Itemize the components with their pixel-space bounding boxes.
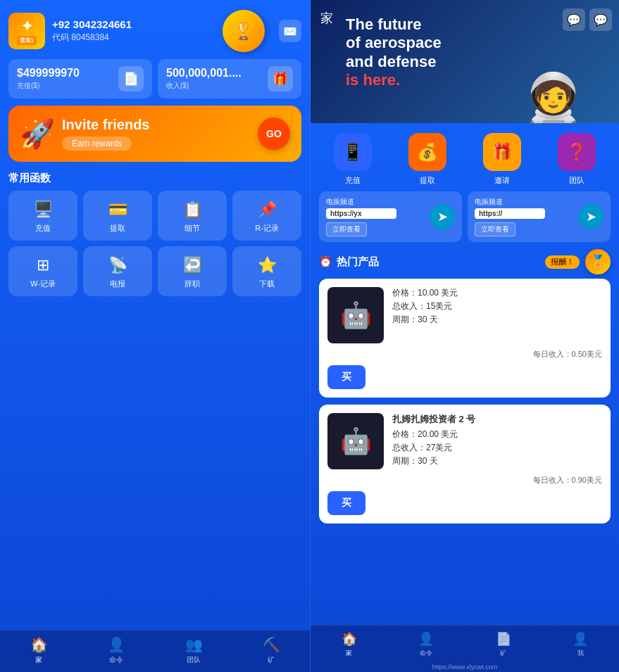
function-btn-R-记录[interactable]: 📌 R-记录: [232, 191, 301, 241]
hero-banner: 家 The future of aerospace and defense is…: [311, 0, 619, 123]
quick-action-提取[interactable]: 💰 提取: [394, 133, 461, 186]
product-price-1: 价格：20.00 美元: [392, 429, 602, 440]
left-panel: ✦ 贵宾1 +92 3042324661 代码 80458384 🏆 ✉️ $4…: [0, 0, 310, 672]
function-icon-辞职: ↩️: [183, 256, 202, 274]
rocket-icon: 🚀: [20, 118, 55, 151]
avatar-badge: ✦ 贵宾1: [8, 13, 45, 49]
right-nav-label-矿: 矿: [500, 649, 506, 658]
user-code: 代码 80458384: [52, 32, 208, 44]
function-btn-下载[interactable]: ⭐ 下载: [232, 246, 301, 296]
function-btn-细节[interactable]: 📋 细节: [158, 191, 227, 241]
channel-card-1: 电振频道 https://yx 立即查看 ➤: [319, 191, 462, 242]
right-panel: 家 The future of aerospace and defense is…: [310, 0, 619, 672]
function-label-下载: 下载: [259, 279, 275, 289]
quick-action-icon-提取: 💰: [408, 133, 446, 171]
product-daily-1: 每日收入：0.90美元: [327, 475, 602, 486]
product-name-1: 扎姆扎姆投资者 2 号: [392, 413, 602, 426]
function-icon-W-记录: ⊞: [37, 256, 49, 274]
function-icon-充值: 🖥️: [34, 201, 53, 219]
banner-title: Invite friends: [62, 117, 258, 132]
channel-view-btn-1[interactable]: 立即查看: [326, 222, 367, 236]
product-image-0: 🤖: [327, 287, 384, 343]
function-icon-细节: 📋: [183, 201, 202, 219]
telegram-btn-1[interactable]: ➤: [430, 204, 455, 229]
function-btn-提取[interactable]: 💳 提取: [83, 191, 152, 241]
product-card-0: 🤖 价格：10.00 美元 总收入：15美元 周期：30 天 每日收入：0.50…: [319, 279, 611, 398]
channel-title-1: 电振频道: [326, 197, 424, 207]
chat-icon[interactable]: 💬: [563, 8, 585, 31]
function-icon-提取: 💳: [108, 201, 127, 219]
product-buy-btn-0[interactable]: 买: [327, 365, 365, 389]
left-nav-item-家[interactable]: 🏠 家: [0, 630, 77, 672]
hero-home-btn[interactable]: 家: [320, 10, 333, 27]
left-nav-icon-家: 🏠: [30, 636, 48, 653]
left-nav-item-矿[interactable]: ⛏️ 矿: [232, 630, 310, 672]
function-btn-辞职[interactable]: ↩️ 辞职: [158, 246, 227, 296]
function-icon-R-记录: 📌: [258, 201, 277, 219]
channel-card-2: 电振频道 https:// 立即查看 ➤: [468, 191, 611, 242]
banner-text: Invite friends Earn rewards: [62, 117, 258, 151]
right-nav-icon-我: 👤: [573, 631, 588, 647]
product-period-1: 周期：30 天: [392, 455, 602, 467]
channel-view-btn-2[interactable]: 立即查看: [475, 222, 515, 236]
watermark: https://www.xlycwt.com: [311, 662, 619, 672]
quick-action-团队[interactable]: ❓ 团队: [543, 133, 611, 186]
quick-action-icon-邀请: 🎁: [483, 133, 521, 171]
function-btn-电报[interactable]: 📡 电报: [83, 246, 152, 296]
vip-label: 贵宾1: [17, 36, 37, 45]
function-label-辞职: 辞职: [185, 279, 200, 289]
function-icon-电报: 📡: [108, 256, 127, 274]
right-nav-label-命令: 命令: [420, 649, 432, 658]
recharge-amount: $499999970: [17, 67, 80, 80]
banner-subtitle: Earn rewards: [62, 137, 132, 151]
product-image-1: 🤖: [327, 413, 384, 469]
right-nav-label-我: 我: [577, 649, 584, 658]
right-nav-item-矿[interactable]: 📄 矿: [465, 626, 542, 662]
channel-title-2: 电振频道: [475, 197, 573, 207]
left-header: ✦ 贵宾1 +92 3042324661 代码 80458384 🏆 ✉️: [0, 0, 310, 59]
coin-area: 🏆: [215, 10, 272, 52]
function-grid: 🖥️ 充值 💳 提取 📋 细节 📌 R-记录 ⊞ W-记录 📡 电报 ↩️ 辞职…: [0, 191, 310, 296]
product-daily-0: 每日收入：0.50美元: [327, 349, 602, 360]
left-nav-item-团队[interactable]: 👥 团队: [155, 630, 232, 672]
right-nav-icon-家: 🏠: [342, 631, 357, 647]
astronaut-icon: 🧑‍🚀: [523, 74, 584, 123]
quick-action-label-提取: 提取: [420, 175, 435, 186]
quick-action-label-充值: 充值: [345, 175, 361, 186]
balance-row: $499999970 充值($) 📄 500,000,001.... 收入($)…: [0, 59, 310, 99]
quick-action-label-团队: 团队: [569, 175, 584, 186]
right-nav-item-我[interactable]: 👤 我: [542, 626, 620, 662]
product-card-1: 🤖 扎姆扎姆投资者 2 号 价格：20.00 美元 总收入：27美元 周期：30…: [319, 405, 611, 524]
go-button[interactable]: GO: [258, 118, 290, 150]
hero-text: The future of aerospace and defense is h…: [346, 15, 442, 90]
function-icon-下载: ⭐: [258, 256, 277, 274]
product-buy-btn-1[interactable]: 买: [327, 491, 365, 515]
hero-top-icons: 💬 💬: [563, 8, 612, 31]
product-top-1: 🤖 扎姆扎姆投资者 2 号 价格：20.00 美元 总收入：27美元 周期：30…: [327, 413, 602, 469]
income-icon: 🎁: [268, 66, 293, 91]
left-nav-item-命令[interactable]: 👤 命令: [77, 630, 155, 672]
balance-card-recharge: $499999970 充值($) 📄: [8, 59, 152, 99]
function-btn-充值[interactable]: 🖥️ 充值: [8, 191, 77, 241]
left-nav-icon-矿: ⛏️: [263, 636, 280, 653]
right-nav-item-家[interactable]: 🏠 家: [311, 626, 388, 662]
message-icon[interactable]: ✉️: [279, 20, 301, 42]
coin-icon: 🏆: [223, 10, 265, 52]
user-phone: +92 3042324661: [52, 18, 208, 30]
message-icon-right[interactable]: 💬: [589, 8, 612, 31]
quick-action-充值[interactable]: 📱 充值: [319, 133, 387, 186]
quick-action-邀请[interactable]: 🎁 邀请: [468, 133, 536, 186]
left-bottom-nav: 🏠 家 👤 命令 👥 团队 ⛏️ 矿: [0, 630, 310, 672]
product-top-0: 🤖 价格：10.00 美元 总收入：15美元 周期：30 天: [327, 287, 602, 343]
product-details-0: 价格：10.00 美元 总收入：15美元 周期：30 天: [392, 287, 602, 343]
products-scroll: 🤖 价格：10.00 美元 总收入：15美元 周期：30 天 每日收入：0.50…: [311, 279, 619, 625]
invite-banner[interactable]: 🚀 Invite friends Earn rewards GO: [8, 106, 301, 162]
telegram-btn-2[interactable]: ➤: [578, 204, 604, 229]
hot-title: ⏰ 热门产品: [319, 255, 379, 269]
reward-coin-icon: 🏅: [585, 249, 611, 274]
right-nav-item-命令[interactable]: 👤 命令: [388, 626, 465, 662]
quick-action-icon-团队: ❓: [558, 133, 596, 171]
function-label-细节: 细节: [185, 223, 200, 234]
section-title: 常用函数: [0, 172, 310, 191]
function-btn-W-记录[interactable]: ⊞ W-记录: [8, 246, 77, 296]
